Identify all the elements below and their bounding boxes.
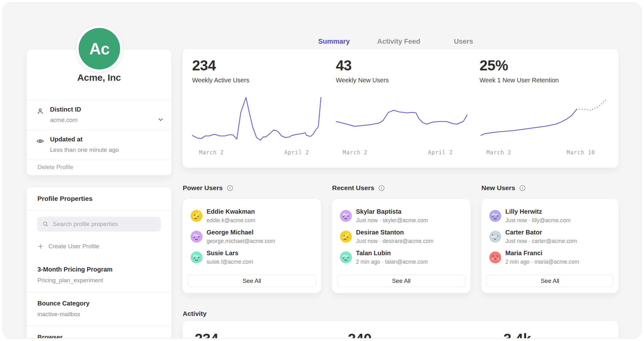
info-icon[interactable] [519,184,526,192]
user-list-item[interactable]: Talan Lubin2 min ago · talan@acme.com [332,247,470,268]
user-subtitle: Just now · skyler@acme.com [356,217,428,224]
user-list-item[interactable]: Eddie Kwakmaneddie.k@acme.com [183,206,321,226]
tab-label: Summary [318,37,350,45]
profile-properties-title: Profile Properties [37,195,92,202]
search-input[interactable] [52,220,161,228]
x-axis-labels: March 2March 10 [480,146,610,156]
section-title: Recent Users [332,184,374,192]
user-subtitle: 2 min ago · talan@acme.com [356,259,428,265]
user-sections-row: Power UsersEddie Kwakmaneddie.k@acme.com… [183,184,619,293]
property-row[interactable]: 3-Month Pricing ProgramPricing_plan_expe… [27,258,171,292]
see-all-button[interactable]: See All [337,275,465,287]
activity-card: 2342403.4k [183,321,619,338]
stat-number: 25% [480,57,610,74]
user-name: Eddie Kwakman [207,208,255,215]
profile-field-value: Less than one minute ago [50,146,153,153]
profile-field-value: acme.com [50,117,153,124]
profile-properties-search[interactable] [37,217,161,232]
tab-label: Users [454,37,473,45]
app-panel: Ac Acme, Inc Distinct IDacme.comUpdated … [3,3,641,338]
property-value: inactive-mailbox [37,311,162,318]
see-all-button[interactable]: See All [188,275,316,287]
stat-label: Weekly Active Users [192,77,324,84]
line-chart [192,92,324,146]
x-axis-labels: March 2April 2 [336,146,468,156]
section-header: New Users [481,184,619,192]
profile-properties-card: Profile Properties Create User Profile 3… [27,187,171,338]
company-avatar-circle: Ac [79,28,120,69]
see-all-button[interactable]: See All [486,275,613,287]
user-list-card: Skylar BaptistaJust now · skyler@acme.co… [332,199,470,293]
stat-chart-week-1-new-user-retention: 25%Week 1 New User RetentionMarch 2March… [480,57,610,156]
user-subtitle: Just now · desirare@acme.com [356,238,433,245]
x-axis-labels: March 2April 2 [192,146,324,156]
user-avatar [340,210,352,222]
activity-stat-number: 234 [195,330,218,338]
profile-field-row: Updated atLess than one minute ago [27,130,171,160]
x-axis-label-start: March 2 [486,149,511,156]
activity-title: Activity [183,310,207,317]
user-name: Susie Lars [207,250,253,257]
profile-field-row[interactable]: Distinct IDacme.com [27,100,171,130]
plus-icon [37,243,44,250]
divider [27,210,171,211]
eye-icon [36,137,44,146]
user-avatar [489,251,501,263]
user-name: Talan Lubin [356,250,428,257]
user-list: Eddie Kwakmaneddie.k@acme.comGeorge Mich… [183,199,321,268]
user-list: Lilly HerwitzJust now · lilly@acme.comCa… [481,199,619,268]
section-header: Recent Users [332,184,470,192]
create-user-profile-label: Create User Profile [48,243,99,250]
info-icon[interactable] [226,184,234,192]
user-list-item[interactable]: Susie Larssusie.l@acme.com [183,247,321,268]
user-list-item[interactable]: Maria Franci2 min ago · maria@acme.com [481,247,619,268]
user-list-item[interactable]: George Michaelgeorge.michael@acme.com [183,226,321,247]
user-list-item[interactable]: Carter BatorJust now · carter@acme.com [481,226,619,247]
stat-label: Week 1 New User Retention [480,77,610,84]
user-subtitle: george.michael@acme.com [207,238,275,245]
create-user-profile-button[interactable]: Create User Profile [37,240,99,253]
section-title: Power Users [183,184,223,192]
section-power-users: Power UsersEddie Kwakmaneddie.k@acme.com… [183,184,321,293]
user-subtitle: eddie.k@acme.com [207,217,255,224]
user-avatar [191,251,203,263]
user-subtitle: 2 min ago · maria@acme.com [505,259,579,265]
info-icon[interactable] [378,184,385,192]
profile-field-label: Distinct ID [50,106,153,113]
chevron-down-icon[interactable] [157,116,164,124]
activity-stat-number: 240 [348,330,371,338]
x-axis-label-end: April 2 [284,149,309,156]
user-list-item[interactable]: Lilly HerwitzJust now · lilly@acme.com [481,206,619,226]
x-axis-label-end: March 10 [567,149,595,156]
section-recent-users: Recent UsersSkylar BaptistaJust now · sk… [332,184,470,293]
stat-label: Weekly New Users [336,77,468,84]
tab-label: Activity Feed [377,37,420,45]
company-name: Acme, Inc [27,72,171,83]
x-axis-label-start: March 2 [199,149,224,156]
profile-field-label: Updated at [50,136,153,143]
user-list-item[interactable]: Desirae StantonJust now · desirare@acme.… [332,226,470,247]
property-row[interactable]: Bounce Categoryinactive-mailbox [27,292,171,326]
delete-profile-button[interactable]: Delete Profile [27,159,171,175]
user-name: Maria Franci [505,250,579,257]
user-avatar [191,231,203,243]
stat-chart-weekly-new-users: 43Weekly New UsersMarch 2April 2 [336,57,468,156]
line-chart [336,92,467,146]
user-name: Carter Bator [505,229,577,236]
property-row[interactable]: BrowserChrome [27,326,171,338]
user-subtitle: Just now · carter@acme.com [505,238,577,245]
section-header: Power Users [183,184,321,192]
user-list-item[interactable]: Skylar BaptistaJust now · skyler@acme.co… [332,206,470,226]
property-name: 3-Month Pricing Program [37,266,162,273]
charts-row: 234Weekly Active UsersMarch 2April 243We… [183,49,619,156]
property-name: Browser [37,334,162,338]
stat-number: 43 [336,57,468,74]
user-name: George Michael [207,229,275,236]
section-new-users: New UsersLilly HerwitzJust now · lilly@a… [481,184,619,293]
user-avatar [340,251,352,263]
stat-number: 234 [192,57,324,74]
user-name: Skylar Baptista [356,208,428,215]
person-icon [36,107,44,117]
section-title: New Users [481,184,515,192]
profile-fields: Distinct IDacme.comUpdated atLess than o… [27,100,171,160]
